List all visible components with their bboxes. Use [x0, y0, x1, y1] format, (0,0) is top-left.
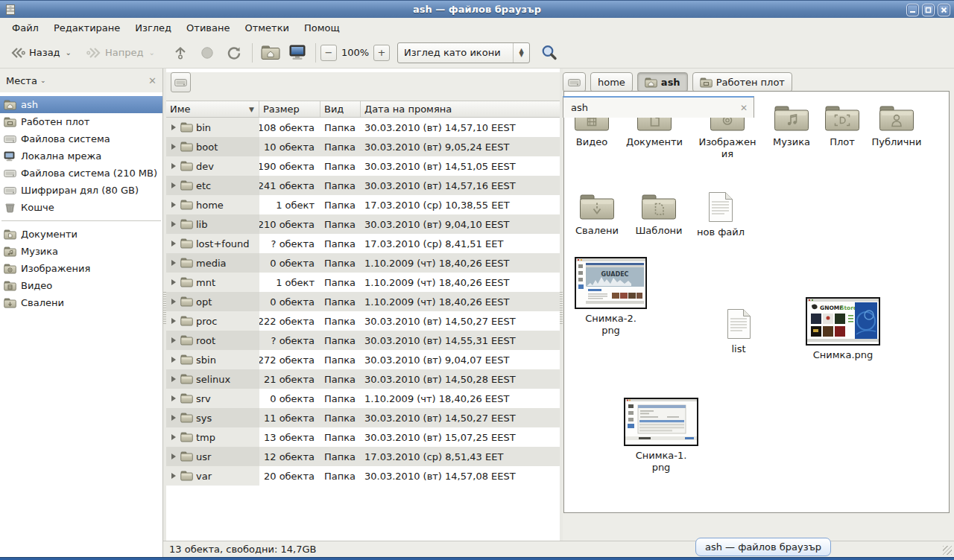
- expander-icon[interactable]: [171, 415, 176, 421]
- table-row[interactable]: sbin 272 обекта Папка 30.03.2010 (вт) 9,…: [166, 350, 560, 369]
- table-row[interactable]: bin 108 обекта Папка 30.03.2010 (вт) 14,…: [166, 118, 560, 137]
- menu-view[interactable]: Изглед: [127, 19, 179, 36]
- sidebar-item-desktop[interactable]: Работен плот: [0, 113, 162, 130]
- table-row[interactable]: tmp 13 обекта Папка 30.03.2010 (вт) 15,0…: [166, 427, 560, 447]
- table-row[interactable]: dev 190 обекта Папка 30.03.2010 (вт) 14,…: [166, 156, 560, 176]
- table-row[interactable]: proc 222 обекта Папка 30.03.2010 (вт) 14…: [166, 311, 560, 331]
- column-header-size[interactable]: Размер: [259, 101, 320, 117]
- grid-item-list[interactable]: list: [705, 308, 772, 355]
- minimize-button[interactable]: [906, 4, 919, 16]
- table-row[interactable]: boot 10 обекта Папка 30.03.2010 (вт) 9,0…: [166, 137, 560, 156]
- expander-icon[interactable]: [171, 163, 176, 169]
- back-history-chevron[interactable]: ⌄: [66, 48, 72, 57]
- sidebar-item-filesystem-210mb[interactable]: Файлова система (210 MB): [0, 165, 162, 182]
- expander-icon[interactable]: [171, 279, 176, 285]
- table-row[interactable]: media 0 обекта Папка 1.10.2009 (чт) 18,4…: [166, 253, 560, 273]
- sidebar-item-videos[interactable]: Видео: [0, 277, 162, 294]
- tab-close-icon[interactable]: ✕: [740, 103, 748, 113]
- maximize-button[interactable]: [922, 4, 935, 16]
- back-button[interactable]: Назад ⌄: [6, 42, 76, 64]
- table-row[interactable]: sys 11 обекта Папка 30.03.2010 (вт) 14,5…: [166, 408, 560, 427]
- zoom-out-button[interactable]: −: [320, 45, 337, 61]
- sidebar-item-home[interactable]: ash: [0, 96, 162, 113]
- path-root-button[interactable]: [563, 72, 586, 92]
- grid-item-downloads[interactable]: Свалени: [563, 193, 631, 237]
- table-row[interactable]: lib 210 обекта Папка 30.03.2010 (вт) 9,0…: [166, 214, 560, 234]
- expander-icon[interactable]: [171, 202, 176, 208]
- tab-ash[interactable]: ash ✕: [563, 96, 754, 118]
- resize-grip[interactable]: [943, 546, 952, 555]
- forward-button[interactable]: Напред ⌄: [82, 42, 159, 64]
- close-button[interactable]: [938, 4, 950, 16]
- expander-icon[interactable]: [171, 221, 176, 227]
- expander-icon[interactable]: [171, 260, 176, 266]
- menu-bookmarks[interactable]: Отметки: [237, 19, 296, 36]
- reload-button[interactable]: [221, 40, 247, 66]
- path-button-ash[interactable]: ash: [637, 72, 688, 92]
- sidebar-close-icon[interactable]: ✕: [148, 75, 157, 86]
- expander-icon[interactable]: [171, 124, 176, 130]
- menu-edit[interactable]: Редактиране: [46, 19, 127, 36]
- computer-button[interactable]: [284, 40, 311, 66]
- forward-history-chevron[interactable]: ⌄: [148, 48, 154, 57]
- grid-item-public[interactable]: Публични: [863, 104, 930, 148]
- expander-icon[interactable]: [171, 473, 176, 479]
- grid-item-templates[interactable]: Шаблони: [625, 193, 692, 237]
- table-row[interactable]: home 1 обект Папка 17.03.2010 (ср) 10,38…: [166, 195, 560, 214]
- table-row[interactable]: lost+found ? обекта Папка 17.03.2010 (ср…: [166, 234, 560, 253]
- expander-icon[interactable]: [171, 144, 176, 150]
- grid-item-snimka-1[interactable]: Снимка-1.png: [624, 398, 698, 474]
- root-location-button[interactable]: [171, 72, 191, 92]
- table-row[interactable]: var 20 обекта Папка 30.03.2010 (вт) 14,5…: [166, 466, 560, 486]
- sidebar-item-encrypted-80gb[interactable]: Шифриран дял (80 GB): [0, 182, 162, 199]
- up-button[interactable]: [167, 40, 194, 66]
- expander-icon[interactable]: [171, 395, 176, 401]
- table-row[interactable]: root ? обекта Папка 30.03.2010 (вт) 14,5…: [166, 331, 560, 350]
- table-row[interactable]: opt 0 обекта Папка 1.10.2009 (чт) 18,40,…: [166, 292, 560, 311]
- name-cell: dev: [166, 156, 259, 176]
- size-cell: 12 обекта: [259, 447, 320, 466]
- menu-help[interactable]: Помощ: [297, 19, 347, 36]
- sidebar-item-downloads[interactable]: Свалени: [0, 294, 162, 311]
- titlebar[interactable]: ash — файлов браузър: [0, 0, 954, 18]
- path-button-home[interactable]: home: [590, 72, 633, 92]
- sidebar-selector[interactable]: Места ⌄: [6, 75, 45, 86]
- svg-text:Store: Store: [840, 305, 857, 311]
- expander-icon[interactable]: [171, 318, 176, 324]
- column-header-type[interactable]: Вид: [320, 101, 361, 117]
- view-mode-select[interactable]: Изглед като икони ▲▼: [397, 42, 530, 63]
- sidebar-item-pictures[interactable]: Изображения: [0, 260, 162, 277]
- grid-item-snimka-2[interactable]: GUADEC Снимка-2.png: [575, 257, 647, 337]
- expander-icon[interactable]: [171, 182, 176, 188]
- table-row[interactable]: srv 0 обекта Папка 1.10.2009 (чт) 18,40,…: [166, 389, 560, 408]
- expander-icon[interactable]: [171, 454, 176, 459]
- expander-icon[interactable]: [171, 434, 176, 440]
- expander-icon[interactable]: [171, 241, 176, 246]
- table-row[interactable]: selinux 21 обекта Папка 30.03.2010 (вт) …: [166, 369, 560, 389]
- name-cell: boot: [166, 137, 259, 156]
- zoom-in-button[interactable]: +: [373, 45, 390, 61]
- search-button[interactable]: [536, 41, 563, 65]
- column-header-date[interactable]: Дата на промяна: [361, 101, 560, 117]
- column-header-name[interactable]: Име ▼: [166, 101, 259, 117]
- menu-file[interactable]: Файл: [4, 19, 46, 36]
- sidebar-item-network[interactable]: Локална мрежа: [0, 147, 162, 165]
- icon-view[interactable]: Видео Документи Изображения Музика Плот …: [563, 91, 950, 513]
- table-row[interactable]: usr 12 обекта Папка 17.03.2010 (ср) 8,51…: [166, 447, 560, 466]
- home-button[interactable]: [257, 40, 284, 66]
- table-row[interactable]: mnt 1 обект Папка 1.10.2009 (чт) 18,40,2…: [166, 273, 560, 292]
- stop-button[interactable]: [194, 40, 221, 66]
- sidebar-item-documents[interactable]: Документи: [0, 226, 162, 243]
- path-button-desktop[interactable]: Работен плот: [692, 72, 792, 92]
- expander-icon[interactable]: [171, 337, 176, 343]
- sidebar-item-filesystem[interactable]: Файлова система: [0, 130, 162, 147]
- expander-icon[interactable]: [171, 357, 176, 363]
- grid-item-snimka[interactable]: GNOME Store: [806, 297, 880, 361]
- expander-icon[interactable]: [171, 299, 176, 305]
- menu-go[interactable]: Отиване: [179, 19, 237, 36]
- grid-item-new-file[interactable]: нов файл: [687, 191, 754, 238]
- sidebar-item-trash[interactable]: Кошче: [0, 199, 162, 216]
- sidebar-item-music[interactable]: Музика: [0, 243, 162, 260]
- expander-icon[interactable]: [171, 376, 176, 382]
- table-row[interactable]: etc 241 обекта Папка 30.03.2010 (вт) 14,…: [166, 176, 560, 195]
